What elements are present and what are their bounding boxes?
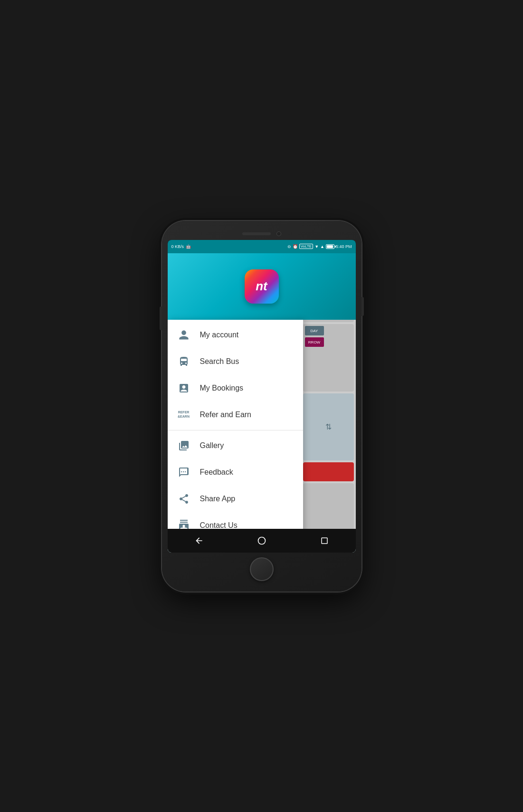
front-camera bbox=[276, 231, 281, 236]
menu-section-1: My account Search Bus bbox=[168, 320, 303, 430]
phone-device: 0 KB/s 🤖 ⊖ ⏰ VoLTE ▼ ▲ 5:40 PM bbox=[162, 221, 361, 592]
status-left: 0 KB/s 🤖 bbox=[171, 244, 191, 249]
gallery-label: Gallery bbox=[200, 441, 224, 450]
svg-point-0 bbox=[258, 537, 265, 544]
bus-icon bbox=[177, 355, 190, 368]
my-account-label: My account bbox=[200, 331, 239, 339]
status-bar: 0 KB/s 🤖 ⊖ ⏰ VoLTE ▼ ▲ 5:40 PM bbox=[168, 240, 356, 253]
app-header: nt bbox=[168, 253, 356, 320]
physical-home-button[interactable] bbox=[250, 557, 274, 581]
bottom-nav bbox=[168, 529, 356, 553]
refer-earn-label: Refer and Earn bbox=[200, 411, 252, 419]
menu-item-share-app[interactable]: Share App bbox=[168, 486, 303, 512]
home-button[interactable] bbox=[252, 531, 271, 550]
phone-screen: 0 KB/s 🤖 ⊖ ⏰ VoLTE ▼ ▲ 5:40 PM bbox=[168, 240, 356, 553]
my-bookings-label: My Bookings bbox=[200, 384, 244, 392]
share-icon bbox=[177, 492, 190, 506]
dnd-icon: ⊖ bbox=[287, 244, 291, 249]
share-app-label: Share App bbox=[200, 495, 236, 503]
feedback-label: Feedback bbox=[200, 468, 233, 477]
bookings-icon bbox=[177, 382, 190, 395]
battery-fill bbox=[327, 245, 333, 248]
logo-container: nt bbox=[245, 269, 279, 304]
bg-card-2: DAY RROW bbox=[303, 324, 354, 392]
feedback-icon bbox=[177, 466, 190, 479]
phone-bottom-bar bbox=[168, 553, 356, 583]
app-logo: nt bbox=[245, 269, 279, 304]
bg-card-3: ⇅ bbox=[303, 393, 354, 461]
person-icon bbox=[177, 328, 190, 342]
signal-icon: ▲ bbox=[320, 244, 324, 249]
refer-icon: REFER&EARN bbox=[177, 408, 190, 421]
power-button[interactable] bbox=[361, 297, 364, 316]
android-icon: 🤖 bbox=[186, 244, 191, 249]
svg-rect-1 bbox=[322, 538, 327, 544]
menu-item-search-bus[interactable]: Search Bus bbox=[168, 348, 303, 375]
menu-item-feedback[interactable]: Feedback bbox=[168, 459, 303, 486]
gallery-icon bbox=[177, 439, 190, 452]
speaker bbox=[242, 232, 271, 235]
recents-button[interactable] bbox=[315, 531, 334, 550]
app-content: DAY RROW ⇅ bbox=[168, 253, 356, 553]
drawer-menu: My account Search Bus bbox=[168, 320, 303, 553]
battery-icon bbox=[326, 244, 334, 249]
tomorrow-btn[interactable]: RROW bbox=[308, 340, 320, 344]
back-button[interactable] bbox=[190, 531, 209, 550]
volte-badge: VoLTE bbox=[299, 244, 313, 249]
wifi-icon: ▼ bbox=[314, 244, 319, 249]
logo-text: nt bbox=[256, 279, 267, 294]
today-btn[interactable]: DAY bbox=[311, 329, 318, 333]
search-bus-label: Search Bus bbox=[200, 357, 239, 366]
volume-button[interactable] bbox=[160, 306, 162, 330]
status-right: ⊖ ⏰ VoLTE ▼ ▲ 5:40 PM bbox=[287, 244, 352, 249]
alarm-icon: ⏰ bbox=[293, 244, 298, 249]
refer-icon-text: REFER&EARN bbox=[178, 411, 190, 419]
network-speed: 0 KB/s bbox=[171, 244, 184, 249]
time-display: 5:40 PM bbox=[336, 244, 352, 249]
menu-item-my-account[interactable]: My account bbox=[168, 322, 303, 348]
menu-item-refer-earn[interactable]: REFER&EARN Refer and Earn bbox=[168, 401, 303, 428]
menu-item-gallery[interactable]: Gallery bbox=[168, 432, 303, 459]
phone-top-bar bbox=[168, 229, 356, 240]
bg-card-4 bbox=[303, 462, 354, 481]
menu-item-my-bookings[interactable]: My Bookings bbox=[168, 375, 303, 401]
